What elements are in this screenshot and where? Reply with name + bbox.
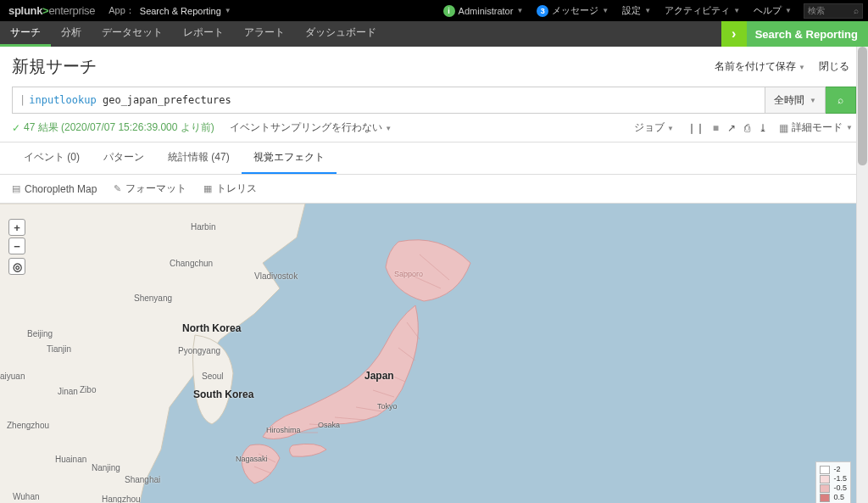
export-icon[interactable]: ⤓: [759, 122, 767, 134]
pencil-icon: ✎: [114, 183, 121, 194]
app-badge-label: Search & Reporting: [755, 28, 858, 41]
activity-label: アクティビティ: [665, 4, 730, 17]
locate-button[interactable]: ◎: [8, 258, 25, 275]
viz-format-label: フォーマット: [125, 182, 186, 196]
legend-swatch: [820, 475, 830, 483]
event-sampling-dropdown[interactable]: イベントサンプリングを行わない ▼: [230, 120, 392, 135]
job-controls: ❙❙ ■ ↗ ⎙ ⤓: [679, 122, 776, 134]
viz-type-picker[interactable]: ▤ Choropleth Map: [12, 182, 97, 196]
nav-report[interactable]: レポート: [173, 21, 234, 47]
region-honshu: [263, 305, 418, 439]
message-count-badge: 3: [537, 5, 548, 17]
help-label: ヘルプ: [754, 4, 782, 17]
spl-pipe: |: [19, 94, 25, 106]
viz-toolbar: ▤ Choropleth Map ✎ フォーマット ▦ トレリス: [0, 175, 868, 204]
tab-events[interactable]: イベント (0): [12, 143, 92, 174]
legend-label: -2: [833, 465, 840, 474]
trellis-icon: ▦: [203, 183, 212, 194]
messages-menu[interactable]: 3 メッセージ ▼: [530, 0, 615, 21]
messages-label: メッセージ: [552, 4, 598, 17]
admin-label: Administrator: [459, 6, 514, 16]
info-icon: i: [443, 5, 455, 17]
caret-down-icon: ▼: [667, 125, 674, 132]
caret-down-icon: ▼: [644, 7, 651, 14]
map-icon: ▤: [12, 183, 20, 194]
region-kyushu: [242, 444, 280, 483]
caret-down-icon: ▼: [516, 7, 523, 14]
search-bar: | inputlookup geo_japan_prefectures 全時間 …: [0, 87, 868, 114]
zoom-controls: + −: [8, 219, 25, 254]
nav-alert[interactable]: アラート: [234, 21, 295, 47]
close-button[interactable]: 閉じる: [812, 59, 856, 74]
search-mode-dropdown[interactable]: ▦ 詳細モード ▼: [776, 120, 856, 135]
caret-down-icon: ▼: [846, 124, 853, 131]
legend-row: -0.5: [820, 483, 847, 493]
legend-swatch: [820, 484, 830, 493]
run-search-button[interactable]: ⌕: [826, 87, 856, 114]
check-icon: ✓: [12, 122, 20, 134]
tab-patterns[interactable]: パターン: [92, 143, 156, 174]
spl-argument: geo_japan_prefectures: [103, 94, 231, 106]
settings-label: 設定: [622, 4, 641, 17]
top-menu-bar: splunk>enterprise App： Search & Reportin…: [0, 0, 868, 21]
caret-down-icon: ▼: [385, 125, 392, 132]
page-title: 新規サーチ: [12, 55, 97, 78]
help-menu[interactable]: ヘルプ ▼: [747, 0, 798, 21]
time-range-picker[interactable]: 全時間 ▼: [765, 87, 826, 114]
caret-down-icon: ▼: [810, 97, 816, 104]
map-svg: [0, 204, 856, 503]
print-icon[interactable]: ⎙: [744, 122, 750, 134]
result-count-text[interactable]: 47 結果 (2020/07/07 15:26:39.000 より前): [24, 120, 214, 135]
app-selector[interactable]: Search & Reporting: [140, 6, 225, 16]
chevron-right-icon: ›: [721, 21, 747, 47]
app-badge[interactable]: › Search & Reporting: [721, 21, 868, 47]
job-label: ジョブ: [634, 121, 665, 133]
grid-icon: ▦: [779, 122, 788, 134]
zoom-out-button[interactable]: −: [8, 238, 25, 254]
legend-swatch: [820, 466, 830, 474]
zoom-in-button[interactable]: +: [8, 219, 25, 236]
legend-row: -1.5: [820, 474, 847, 483]
legend-label: 0.5: [833, 493, 844, 502]
mode-label: 詳細モード: [792, 120, 843, 135]
nav-dataset[interactable]: データセット: [92, 21, 173, 47]
region-hokkaido: [386, 240, 470, 301]
activity-menu[interactable]: アクティビティ ▼: [658, 0, 747, 21]
sampling-label: イベントサンプリングを行わない: [230, 121, 382, 133]
caret-down-icon: ▼: [785, 7, 792, 14]
share-icon[interactable]: ↗: [727, 122, 736, 134]
app-nav-bar: サーチ 分析 データセット レポート アラート ダッシュボード › Search…: [0, 21, 868, 47]
pause-icon[interactable]: ❙❙: [687, 122, 704, 134]
vertical-scrollbar[interactable]: [856, 47, 868, 503]
tab-visualization[interactable]: 視覚エフェクト: [242, 143, 337, 174]
viz-trellis-button[interactable]: ▦ トレリス: [203, 182, 257, 196]
logo[interactable]: splunk>enterprise: [0, 4, 103, 17]
global-search-input[interactable]: 検索 ⌕: [804, 3, 863, 19]
search-icon: ⌕: [854, 6, 859, 15]
spl-search-input[interactable]: | inputlookup geo_japan_prefectures: [12, 87, 765, 114]
scrollbar-thumb[interactable]: [858, 47, 867, 165]
job-status-bar: ✓ 47 結果 (2020/07/07 15:26:39.000 より前) イベ…: [0, 114, 868, 142]
title-bar: 新規サーチ 名前を付けて保存 ▼ 閉じる: [0, 47, 868, 87]
admin-menu[interactable]: i Administrator ▼: [437, 0, 531, 21]
legend-row: -2: [820, 465, 847, 474]
viz-trellis-label: トレリス: [216, 182, 257, 196]
save-as-button[interactable]: 名前を付けて保存 ▼: [708, 59, 812, 74]
nav-analysis[interactable]: 分析: [51, 21, 92, 47]
legend-label: -0.5: [833, 483, 847, 493]
caret-down-icon: ▼: [733, 7, 740, 14]
legend-label: -1.5: [833, 474, 847, 483]
settings-menu[interactable]: 設定 ▼: [615, 0, 658, 21]
logo-brand: splunk: [8, 4, 42, 17]
nav-dashboard[interactable]: ダッシュボード: [295, 21, 387, 47]
caret-down-icon: ▼: [798, 64, 805, 71]
caret-down-icon: ▼: [225, 7, 231, 14]
job-menu[interactable]: ジョブ ▼: [629, 120, 679, 135]
tab-statistics[interactable]: 統計情報 (47): [156, 143, 242, 174]
viz-format-button[interactable]: ✎ フォーマット: [114, 182, 186, 196]
nav-search[interactable]: サーチ: [0, 21, 51, 47]
search-placeholder: 検索: [808, 5, 825, 17]
choropleth-map[interactable]: + − ◎ Harbin Changchun Vladivostok Sheny…: [0, 204, 868, 503]
stop-icon[interactable]: ■: [713, 122, 719, 134]
app-label: App：: [103, 4, 140, 17]
